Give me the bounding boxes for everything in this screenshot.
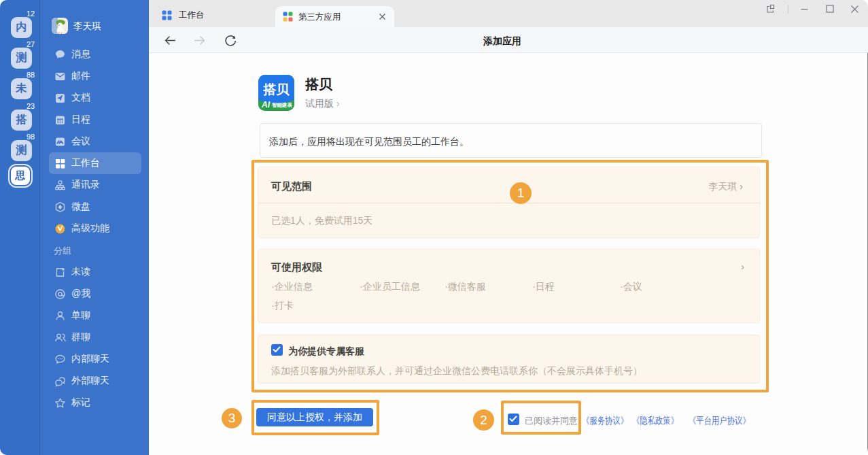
svg-text:AI: AI (261, 100, 271, 109)
svg-text:智能建表: 智能建表 (271, 102, 293, 108)
svg-text:搭贝: 搭贝 (263, 82, 290, 97)
